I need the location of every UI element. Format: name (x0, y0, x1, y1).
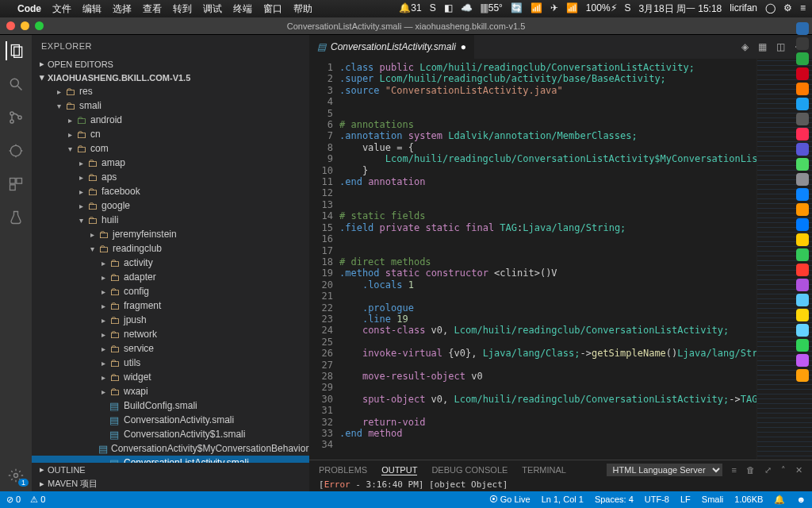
menu-文件[interactable]: 文件 (52, 3, 71, 14)
dock-app-icon[interactable] (796, 37, 809, 50)
menubar-status-item[interactable]: 🔔31 (399, 2, 421, 16)
status-item[interactable]: ⊘ 0 (6, 495, 21, 505)
menu-选择[interactable]: 选择 (113, 3, 132, 14)
dock-app-icon[interactable] (796, 22, 809, 35)
folder-item[interactable]: ▸🗀adapter (32, 270, 309, 284)
menu-帮助[interactable]: 帮助 (293, 3, 312, 14)
dock-app-icon[interactable] (796, 113, 809, 125)
dock-app-icon[interactable] (796, 324, 809, 337)
menubar-status-item[interactable]: licrifan (730, 2, 757, 16)
settings-gear-icon[interactable]: 1 (6, 466, 25, 485)
status-item[interactable]: 1.06KB (734, 495, 763, 505)
menubar-status-item[interactable]: 3月18日 周一 15:18 (639, 2, 722, 16)
dock-app-icon[interactable] (796, 203, 809, 216)
project-section[interactable]: ▾XIAOHUASHENG.BKILL.COM-V1.5 (32, 71, 309, 84)
menu-窗口[interactable]: 窗口 (263, 3, 282, 14)
clear-icon[interactable]: 🗑 (746, 465, 755, 475)
dock-app-icon[interactable] (796, 339, 809, 352)
app-menu[interactable]: Code (17, 3, 41, 14)
status-item[interactable]: ⦿ Go Live (489, 495, 530, 505)
debug-icon[interactable] (6, 141, 25, 160)
folder-item[interactable]: ▸🗀activity (32, 256, 309, 270)
menubar-status-item[interactable]: S (430, 2, 436, 16)
menu-转到[interactable]: 转到 (173, 3, 192, 14)
zoom-icon[interactable] (35, 21, 44, 30)
folder-item[interactable]: ▸🗀android (32, 113, 309, 127)
dock-app-icon[interactable] (796, 188, 809, 201)
folder-item[interactable]: ▸🗀aps (32, 170, 309, 184)
dock-app-icon[interactable] (796, 264, 809, 276)
minimize-icon[interactable] (21, 21, 29, 30)
folder-item[interactable]: ▾🗀huili (32, 213, 309, 227)
panel-tab-terminal[interactable]: TERMINAL (522, 465, 566, 475)
editor-body[interactable]: 1234567891011121314151617181920212223242… (309, 59, 812, 460)
search-icon[interactable] (6, 75, 25, 94)
menubar-status-item[interactable]: ☁️ (461, 2, 473, 16)
dock-app-icon[interactable] (796, 83, 809, 95)
open-editors-section[interactable]: ▸OPEN EDITORS (32, 57, 309, 71)
split-editor-icon[interactable]: ◫ (776, 41, 785, 52)
dock-app-icon[interactable] (796, 98, 809, 110)
dock-app-icon[interactable] (796, 294, 809, 306)
status-item[interactable]: ☻ (796, 495, 806, 505)
source-control-icon[interactable] (6, 108, 25, 127)
folder-item[interactable]: ▾🗀smali (32, 98, 309, 113)
folder-item[interactable]: ▸🗀fragment (32, 298, 309, 313)
folder-item[interactable]: ▾🗀readingclub (32, 241, 309, 256)
folder-item[interactable]: ▸🗀service (32, 341, 309, 356)
status-item[interactable]: ⚠ 0 (30, 495, 45, 505)
folder-item[interactable]: ▸🗀utils (32, 356, 309, 370)
menubar-status-item[interactable]: 🀫55° (481, 2, 503, 16)
file-tree[interactable]: ▸🗀res▾🗀smali▸🗀android▸🗀cn▾🗀com▸🗀amap▸🗀ap… (32, 84, 309, 463)
folder-item[interactable]: ▸🗀widget (32, 370, 309, 384)
filter-icon[interactable]: ≡ (732, 465, 737, 475)
output-channel-select[interactable]: HTML Language Server (607, 464, 722, 476)
extensions-icon[interactable] (6, 175, 25, 194)
file-item[interactable]: ▤ConversationListActivity.smali (32, 456, 309, 463)
folder-item[interactable]: ▸🗀cn (32, 127, 309, 141)
folder-item[interactable]: ▸🗀amap (32, 156, 309, 170)
folder-item[interactable]: ▾🗀com (32, 141, 309, 156)
menubar-status-item[interactable]: 🔄 (511, 2, 523, 16)
panel-tab-output[interactable]: OUTPUT (381, 465, 417, 475)
status-item[interactable]: Smali (702, 495, 724, 505)
menubar-status-item[interactable]: 📶 (566, 2, 578, 16)
compass-icon[interactable]: ◈ (741, 41, 749, 52)
menu-查看[interactable]: 查看 (143, 3, 162, 14)
folder-item[interactable]: ▸🗀wxapi (32, 384, 309, 398)
menu-调试[interactable]: 调试 (203, 3, 222, 14)
tab-active[interactable]: ▤ ConversationListActivity.smali ● (309, 35, 475, 59)
file-item[interactable]: ▤BuildConfig.smali (32, 398, 309, 413)
maven-section[interactable]: ▸MAVEN 项目 (32, 476, 309, 491)
status-item[interactable]: UTF-8 (645, 495, 669, 505)
folder-item[interactable]: ▸🗀jeremyfeinstein (32, 227, 309, 241)
folder-item[interactable]: ▸🗀facebook (32, 184, 309, 198)
chevron-up-icon[interactable]: ˄ (781, 465, 786, 475)
menubar-status-item[interactable]: ◧ (444, 2, 453, 16)
menubar-status-item[interactable]: 100%⚡︎ (586, 2, 617, 16)
open-changes-icon[interactable]: ▦ (758, 41, 767, 52)
menu-终端[interactable]: 终端 (233, 3, 252, 14)
folder-item[interactable]: ▸🗀network (32, 327, 309, 341)
dock-app-icon[interactable] (796, 309, 809, 321)
dock-app-icon[interactable] (796, 173, 809, 186)
macos-dock[interactable] (795, 19, 810, 491)
menubar-status-item[interactable]: ⚙ (783, 2, 792, 16)
menubar-status-item[interactable]: S (625, 2, 631, 16)
close-icon[interactable] (6, 21, 15, 30)
folder-item[interactable]: ▸🗀google (32, 198, 309, 213)
panel-tab-problems[interactable]: PROBLEMS (319, 465, 367, 475)
menubar-status-item[interactable]: ✈ (550, 2, 558, 16)
dock-app-icon[interactable] (796, 233, 809, 246)
panel-tab-debug console[interactable]: DEBUG CONSOLE (431, 465, 508, 475)
menubar-status-item[interactable]: 📶 (530, 2, 542, 16)
code-content[interactable]: .class public Lcom/huili/readingclub/Con… (339, 59, 756, 460)
dock-app-icon[interactable] (796, 67, 809, 80)
file-item[interactable]: ▤ConversationActivity.smali (32, 413, 309, 427)
status-item[interactable]: 🔔 (774, 495, 785, 505)
menubar-status-item[interactable]: ≡ (800, 2, 806, 16)
dock-app-icon[interactable] (796, 52, 809, 65)
folder-item[interactable]: ▸🗀config (32, 284, 309, 298)
window-controls[interactable] (0, 21, 44, 30)
lock-icon[interactable]: ⤢ (764, 465, 772, 475)
